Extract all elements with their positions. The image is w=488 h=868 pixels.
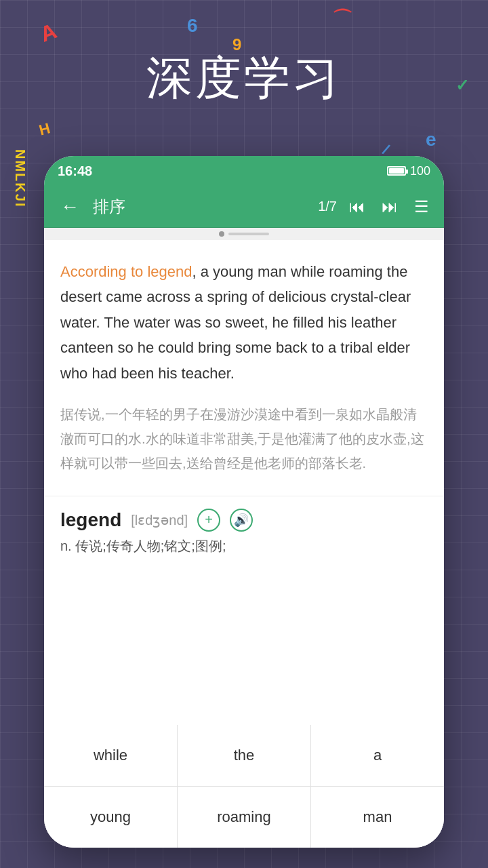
phone-mockup: 16:48 100 ← 排序 1/7 ⏮ ⏭ ☰ According to le… [44,156,444,848]
floating-6: 6 [187,15,198,37]
answer-cell-a[interactable]: a [311,725,444,786]
word-section: legend [lɛdʒənd] + 🔊 n. 传说;传奇人物;铭文;图例; [44,496,444,577]
toolbar-title: 排序 [93,196,310,218]
content-area: According to legend, a young man while r… [44,240,444,475]
word-english: legend [60,509,121,531]
passage-text: According to legend, a young man while r… [60,259,428,386]
sound-button[interactable]: 🔊 [230,509,253,532]
passage-rest: , a young man while roaming the desert c… [60,263,411,382]
back-button[interactable]: ← [55,193,85,220]
vertical-text: NMLKJI [12,149,28,208]
toolbar-counter: 1/7 [318,199,337,214]
chinese-translation: 据传说,一个年轻的男子在漫游沙漠途中看到一泉如水晶般清澈而可口的水.水的味道非常… [60,402,428,475]
answer-cell-man[interactable]: man [311,787,444,848]
answer-grid: while the a young roaming man [44,725,444,848]
floating-A: A [37,18,60,47]
word-row: legend [lɛdʒənd] + 🔊 [60,496,428,537]
word-phonetic: [lɛdʒənd] [131,512,188,528]
status-time: 16:48 [58,163,92,179]
menu-icon[interactable]: ☰ [410,195,433,219]
answer-cell-roaming[interactable]: roaming [178,787,310,848]
floating-H: H [37,119,52,139]
battery-level: 100 [410,164,430,178]
floating-arc: ⌒ [332,5,352,33]
answer-cell-the[interactable]: the [178,725,310,786]
toolbar: ← 排序 1/7 ⏮ ⏭ ☰ [44,186,444,228]
next-icon[interactable]: ⏭ [378,195,402,219]
add-word-button[interactable]: + [197,509,220,532]
word-definition: n. 传说;传奇人物;铭文;图例; [60,537,428,566]
answer-cell-while[interactable]: while [44,725,177,786]
prev-icon[interactable]: ⏮ [345,195,369,219]
status-bar: 16:48 100 [44,156,444,186]
status-right: 100 [387,164,430,178]
battery-icon [387,166,406,176]
floating-e: e [426,129,436,151]
page-title: 深度学习 [0,47,488,109]
phone-indicator [44,228,444,240]
answer-cell-young[interactable]: young [44,787,177,848]
highlight-phrase: According to legend [60,263,192,280]
